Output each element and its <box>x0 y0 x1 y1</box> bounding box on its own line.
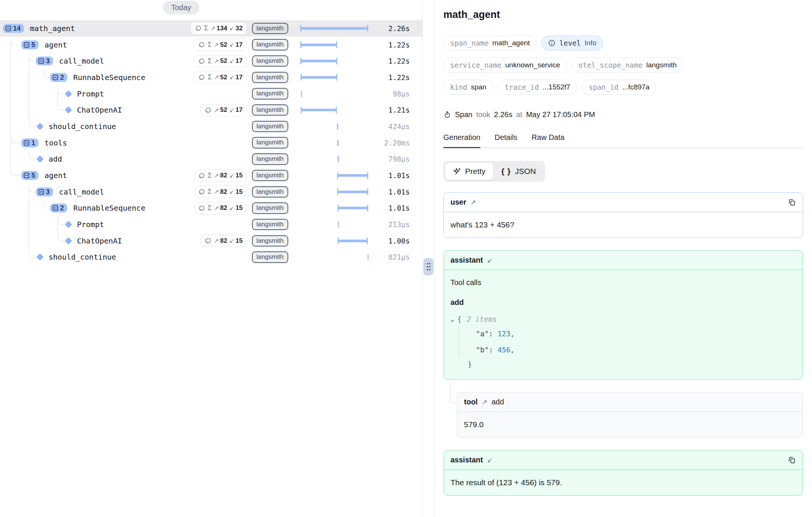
json-entry: "b":456, <box>450 342 796 358</box>
token-usage-badge: Σ↗52↙17 <box>194 39 247 51</box>
output-tokens: 32 <box>236 25 243 32</box>
duration-bar <box>301 43 337 46</box>
trace-tree-row[interactable]: 1toolslangsmith2.20ms <box>0 135 422 151</box>
tree-guide-line <box>29 86 29 102</box>
collapse-minus-icon <box>52 74 58 80</box>
collapse-count-badge[interactable]: 3 <box>36 187 53 196</box>
output-tokens-arrow-icon: ↙ <box>230 107 234 114</box>
date-pill[interactable]: Today <box>163 1 199 14</box>
message-assistant: assistant↙The result of (123 + 456) is 5… <box>443 450 803 496</box>
metadata-chips: span_namemath_agentlevelInfoservice_name… <box>443 36 803 95</box>
span-name-label: agent <box>44 171 67 180</box>
message-role: user <box>450 198 466 207</box>
duration-tick <box>338 156 339 162</box>
tool-connector-line <box>450 381 457 404</box>
copy-button[interactable] <box>788 456 796 464</box>
input-tokens: 82 <box>220 172 227 179</box>
trace-tree-row[interactable]: Promptlangsmith213µs <box>0 216 422 233</box>
token-usage-badge: Σ↗82↙15 <box>194 202 247 214</box>
chip-value: Info <box>585 39 597 47</box>
tree-guide-line <box>10 102 11 118</box>
token-coin-icon <box>198 74 205 81</box>
span-name-label: add <box>49 155 62 163</box>
tree-guide-line <box>29 216 29 233</box>
metadata-chip-trace_id: trace_id...1552f7 <box>498 80 577 95</box>
tab-generation[interactable]: Generation <box>443 133 480 148</box>
trace-tree-row[interactable]: 3call_modelΣ↗82↙15langsmith1.01s <box>0 184 422 200</box>
collapse-count-badge[interactable]: 2 <box>50 73 67 82</box>
view-toggle-pretty[interactable]: Pretty <box>445 163 493 180</box>
tab-details[interactable]: Details <box>495 133 517 148</box>
trace-tree-row[interactable]: 2RunnableSequenceΣ↗82↙15langsmith1.01s <box>0 200 422 217</box>
input-tokens-arrow-icon: ↗ <box>214 205 219 212</box>
tool-calls-heading: Tool calls <box>450 278 796 287</box>
trace-tree-row[interactable]: ChatOpenAI↗52↙17langsmith1.21s <box>0 102 422 118</box>
span-name-label: RunnableSequence <box>73 204 145 212</box>
chip-value: ...1552f7 <box>542 83 570 91</box>
trace-tree-row[interactable]: 14math_agentΣ↗134↙32langsmith2.26s <box>0 20 422 37</box>
output-tokens: 17 <box>236 41 243 49</box>
token-coin-icon <box>198 41 205 48</box>
scope-tag: langsmith <box>252 137 288 148</box>
scope-tag: langsmith <box>252 88 288 99</box>
leaf-diamond-icon <box>36 155 44 163</box>
json-guide-line <box>459 326 459 357</box>
metadata-chip-span_id: span_id...fc897a <box>582 80 656 95</box>
trace-tree-row[interactable]: 5agentΣ↗82↙15langsmith1.01s <box>0 167 422 184</box>
collapse-count-badge[interactable]: 2 <box>50 204 67 212</box>
scope-tag: langsmith <box>252 202 288 214</box>
message-tool: tool↗add579.0 <box>457 392 803 438</box>
scope-tag: langsmith <box>252 153 288 165</box>
tool-call-arguments: ⌄{2 items"a":123,"b":456,} <box>450 313 796 371</box>
chip-value: unknown_service <box>505 61 560 69</box>
leaf-diamond-icon <box>36 254 44 261</box>
span-title: math_agent <box>443 9 803 21</box>
output-tokens: 15 <box>236 237 243 245</box>
panel-divider <box>422 0 434 517</box>
trace-tree-row[interactable]: 5agentΣ↗52↙17langsmith1.22s <box>0 37 422 53</box>
collapse-minus-icon <box>38 189 44 195</box>
sigma-icon: Σ <box>207 57 212 65</box>
message-header: user↗ <box>444 193 803 212</box>
input-tokens: 52 <box>220 106 227 114</box>
collapse-count-badge[interactable]: 14 <box>3 24 24 33</box>
trace-tree-row[interactable]: Promptlangsmith98µs <box>0 86 422 102</box>
collapse-count-badge[interactable]: 5 <box>21 40 39 49</box>
input-tokens-arrow-icon: ↗ <box>214 58 219 65</box>
collapse-count-badge[interactable]: 1 <box>21 138 39 147</box>
arrow-in-icon: ↙ <box>487 256 493 264</box>
scope-tag: langsmith <box>252 251 288 263</box>
message-header: assistant↙ <box>444 251 803 270</box>
duration-value: 98µs <box>370 90 422 98</box>
collapse-minus-icon <box>24 140 30 146</box>
divider-drag-handle[interactable] <box>424 258 434 275</box>
span-name-label: call_model <box>59 187 104 196</box>
duration-bar <box>338 174 368 177</box>
tab-raw-data[interactable]: Raw Data <box>532 133 565 148</box>
scope-tag: langsmith <box>252 55 288 67</box>
output-tokens: 17 <box>236 57 243 65</box>
duration-value: 798µs <box>370 155 422 163</box>
json-items-count: 2 items <box>467 315 497 323</box>
collapse-count-badge[interactable]: 5 <box>21 171 39 180</box>
trace-tree-row[interactable]: 3call_modelΣ↗52↙17langsmith1.22s <box>0 53 422 69</box>
collapse-minus-icon <box>38 58 44 64</box>
trace-tree-row[interactable]: ChatOpenAI↗82↙15langsmith1.00s <box>0 233 422 249</box>
collapse-count-badge[interactable]: 3 <box>36 56 53 65</box>
tree-guide-line <box>10 135 11 151</box>
view-toggle-json[interactable]: { }JSON <box>494 163 544 180</box>
descendant-count: 5 <box>31 172 35 179</box>
timing-span-word: Span <box>455 110 473 119</box>
tree-guide-line <box>10 53 11 69</box>
message-card: assistant↙Tool callsadd⌄{2 items"a":123,… <box>443 250 803 380</box>
trace-tree-row[interactable]: should_continuelangsmith424µs <box>0 118 422 135</box>
json-collapse-chevron-icon[interactable]: ⌄ <box>450 315 454 323</box>
trace-tree-row[interactable]: should_continuelangsmith821µs <box>0 249 422 266</box>
trace-tree-row[interactable]: 2RunnableSequenceΣ↗52↙17langsmith1.22s <box>0 69 422 86</box>
duration-bar <box>301 27 368 30</box>
chip-key: kind <box>450 83 467 91</box>
trace-tree-row[interactable]: addlangsmith798µs <box>0 151 422 168</box>
drag-dots-icon <box>425 262 431 272</box>
message-role: assistant <box>450 256 483 264</box>
copy-button[interactable] <box>788 198 796 207</box>
